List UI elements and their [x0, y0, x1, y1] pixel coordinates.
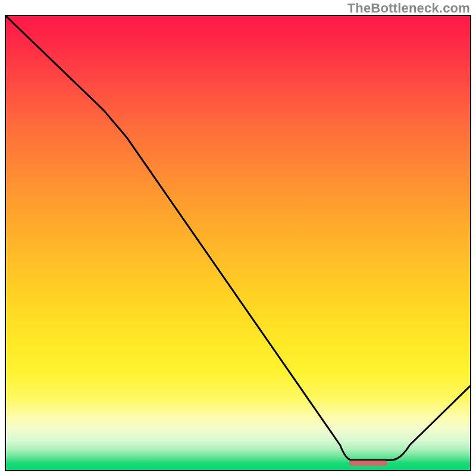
- bottleneck-curve: [6, 16, 470, 470]
- watermark-text: TheBottleneck.com: [347, 1, 470, 16]
- optimal-range-marker: [349, 461, 387, 466]
- chart-frame: [5, 15, 471, 471]
